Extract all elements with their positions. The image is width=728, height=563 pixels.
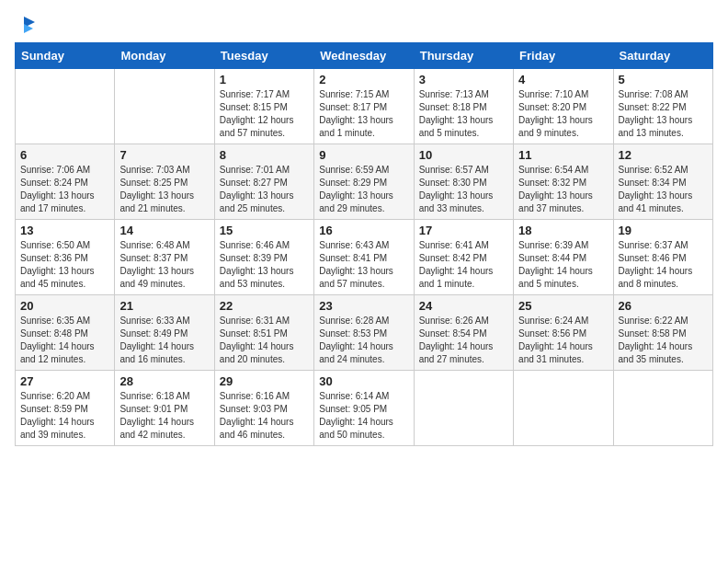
page-header: [15, 15, 713, 35]
calendar-cell: 15Sunrise: 6:46 AM Sunset: 8:39 PM Dayli…: [214, 220, 313, 295]
calendar-cell: 18Sunrise: 6:39 AM Sunset: 8:44 PM Dayli…: [514, 220, 613, 295]
calendar-cell: 26Sunrise: 6:22 AM Sunset: 8:58 PM Dayli…: [613, 295, 712, 371]
calendar-cell: 11Sunrise: 6:54 AM Sunset: 8:32 PM Dayli…: [514, 144, 613, 220]
day-number: 28: [119, 374, 209, 388]
calendar-header-row: SundayMondayTuesdayWednesdayThursdayFrid…: [16, 43, 713, 69]
day-info: Sunrise: 6:39 AM Sunset: 8:44 PM Dayligh…: [518, 239, 608, 291]
calendar-week-row: 20Sunrise: 6:35 AM Sunset: 8:48 PM Dayli…: [16, 295, 713, 371]
day-info: Sunrise: 7:17 AM Sunset: 8:15 PM Dayligh…: [220, 88, 309, 140]
calendar-cell: [514, 371, 613, 446]
logo: [15, 15, 37, 35]
day-info: Sunrise: 6:50 AM Sunset: 8:36 PM Dayligh…: [20, 239, 109, 291]
day-number: 10: [419, 148, 508, 162]
day-number: 17: [419, 224, 508, 237]
day-number: 29: [220, 374, 309, 388]
calendar-table: SundayMondayTuesdayWednesdayThursdayFrid…: [15, 42, 713, 446]
calendar-cell: [115, 69, 214, 144]
calendar-cell: 2Sunrise: 7:15 AM Sunset: 8:17 PM Daylig…: [314, 69, 414, 144]
calendar-day-header: Saturday: [613, 43, 712, 69]
calendar-cell: 12Sunrise: 6:52 AM Sunset: 8:34 PM Dayli…: [613, 144, 712, 220]
day-number: 5: [619, 73, 708, 86]
day-number: 21: [119, 299, 209, 313]
day-number: 3: [419, 73, 508, 86]
calendar-day-header: Wednesday: [314, 43, 414, 69]
day-number: 8: [220, 148, 309, 162]
day-number: 1: [220, 73, 309, 86]
day-info: Sunrise: 6:24 AM Sunset: 8:56 PM Dayligh…: [518, 315, 608, 366]
day-info: Sunrise: 6:18 AM Sunset: 9:01 PM Dayligh…: [119, 390, 209, 442]
calendar-cell: 1Sunrise: 7:17 AM Sunset: 8:15 PM Daylig…: [214, 69, 313, 144]
day-number: 19: [619, 224, 708, 237]
calendar-week-row: 27Sunrise: 6:20 AM Sunset: 8:59 PM Dayli…: [16, 371, 713, 446]
calendar-cell: 20Sunrise: 6:35 AM Sunset: 8:48 PM Dayli…: [16, 295, 115, 371]
calendar-cell: 22Sunrise: 6:31 AM Sunset: 8:51 PM Dayli…: [214, 295, 313, 371]
day-info: Sunrise: 6:31 AM Sunset: 8:51 PM Dayligh…: [220, 315, 309, 366]
day-info: Sunrise: 6:22 AM Sunset: 8:58 PM Dayligh…: [619, 315, 708, 366]
day-info: Sunrise: 7:03 AM Sunset: 8:25 PM Dayligh…: [119, 164, 209, 215]
day-info: Sunrise: 6:41 AM Sunset: 8:42 PM Dayligh…: [419, 239, 508, 291]
day-number: 11: [518, 148, 608, 162]
day-info: Sunrise: 6:59 AM Sunset: 8:29 PM Dayligh…: [319, 164, 408, 215]
day-number: 16: [319, 224, 408, 237]
calendar-cell: 6Sunrise: 7:06 AM Sunset: 8:24 PM Daylig…: [16, 144, 115, 220]
day-info: Sunrise: 6:14 AM Sunset: 9:05 PM Dayligh…: [319, 390, 408, 442]
calendar-cell: 25Sunrise: 6:24 AM Sunset: 8:56 PM Dayli…: [514, 295, 613, 371]
calendar-cell: [613, 371, 712, 446]
day-number: 15: [220, 224, 309, 237]
day-info: Sunrise: 7:01 AM Sunset: 8:27 PM Dayligh…: [220, 164, 309, 215]
calendar-day-header: Tuesday: [214, 43, 313, 69]
day-info: Sunrise: 7:15 AM Sunset: 8:17 PM Dayligh…: [319, 88, 408, 140]
day-info: Sunrise: 6:33 AM Sunset: 8:49 PM Dayligh…: [119, 315, 209, 366]
day-number: 27: [20, 374, 109, 388]
calendar-cell: 7Sunrise: 7:03 AM Sunset: 8:25 PM Daylig…: [115, 144, 214, 220]
day-info: Sunrise: 6:46 AM Sunset: 8:39 PM Dayligh…: [220, 239, 309, 291]
calendar-day-header: Sunday: [16, 43, 115, 69]
calendar-cell: 16Sunrise: 6:43 AM Sunset: 8:41 PM Dayli…: [314, 220, 414, 295]
calendar-week-row: 1Sunrise: 7:17 AM Sunset: 8:15 PM Daylig…: [16, 69, 713, 144]
calendar-cell: 27Sunrise: 6:20 AM Sunset: 8:59 PM Dayli…: [16, 371, 115, 446]
day-number: 12: [619, 148, 708, 162]
calendar-cell: 21Sunrise: 6:33 AM Sunset: 8:49 PM Dayli…: [115, 295, 214, 371]
calendar-cell: 3Sunrise: 7:13 AM Sunset: 8:18 PM Daylig…: [414, 69, 513, 144]
day-info: Sunrise: 7:08 AM Sunset: 8:22 PM Dayligh…: [619, 88, 708, 140]
calendar-cell: 4Sunrise: 7:10 AM Sunset: 8:20 PM Daylig…: [514, 69, 613, 144]
day-number: 26: [619, 299, 708, 313]
logo-icon: [17, 15, 37, 35]
day-info: Sunrise: 6:37 AM Sunset: 8:46 PM Dayligh…: [619, 239, 708, 291]
day-info: Sunrise: 7:06 AM Sunset: 8:24 PM Dayligh…: [20, 164, 109, 215]
calendar-cell: [414, 371, 513, 446]
day-number: 2: [319, 73, 408, 86]
calendar-cell: 29Sunrise: 6:16 AM Sunset: 9:03 PM Dayli…: [214, 371, 313, 446]
calendar-cell: 19Sunrise: 6:37 AM Sunset: 8:46 PM Dayli…: [613, 220, 712, 295]
calendar-cell: 24Sunrise: 6:26 AM Sunset: 8:54 PM Dayli…: [414, 295, 513, 371]
day-number: 14: [119, 224, 209, 237]
day-number: 7: [119, 148, 209, 162]
day-number: 6: [20, 148, 109, 162]
day-info: Sunrise: 6:54 AM Sunset: 8:32 PM Dayligh…: [518, 164, 608, 215]
calendar-cell: 30Sunrise: 6:14 AM Sunset: 9:05 PM Dayli…: [314, 371, 414, 446]
day-number: 30: [319, 374, 408, 388]
calendar-day-header: Friday: [514, 43, 613, 69]
day-number: 22: [220, 299, 309, 313]
calendar-cell: 17Sunrise: 6:41 AM Sunset: 8:42 PM Dayli…: [414, 220, 513, 295]
calendar-cell: 10Sunrise: 6:57 AM Sunset: 8:30 PM Dayli…: [414, 144, 513, 220]
calendar-cell: 23Sunrise: 6:28 AM Sunset: 8:53 PM Dayli…: [314, 295, 414, 371]
day-number: 18: [518, 224, 608, 237]
day-info: Sunrise: 6:20 AM Sunset: 8:59 PM Dayligh…: [20, 390, 109, 442]
calendar-cell: 13Sunrise: 6:50 AM Sunset: 8:36 PM Dayli…: [16, 220, 115, 295]
day-number: 20: [20, 299, 109, 313]
calendar-day-header: Thursday: [414, 43, 513, 69]
day-number: 13: [20, 224, 109, 237]
day-info: Sunrise: 7:10 AM Sunset: 8:20 PM Dayligh…: [518, 88, 608, 140]
day-info: Sunrise: 6:52 AM Sunset: 8:34 PM Dayligh…: [619, 164, 708, 215]
day-info: Sunrise: 6:57 AM Sunset: 8:30 PM Dayligh…: [419, 164, 508, 215]
day-info: Sunrise: 6:26 AM Sunset: 8:54 PM Dayligh…: [419, 315, 508, 366]
calendar-week-row: 13Sunrise: 6:50 AM Sunset: 8:36 PM Dayli…: [16, 220, 713, 295]
day-info: Sunrise: 7:13 AM Sunset: 8:18 PM Dayligh…: [419, 88, 508, 140]
day-number: 9: [319, 148, 408, 162]
calendar-cell: 5Sunrise: 7:08 AM Sunset: 8:22 PM Daylig…: [613, 69, 712, 144]
day-info: Sunrise: 6:28 AM Sunset: 8:53 PM Dayligh…: [319, 315, 408, 366]
calendar-cell: 14Sunrise: 6:48 AM Sunset: 8:37 PM Dayli…: [115, 220, 214, 295]
day-number: 25: [518, 299, 608, 313]
day-number: 4: [518, 73, 608, 86]
